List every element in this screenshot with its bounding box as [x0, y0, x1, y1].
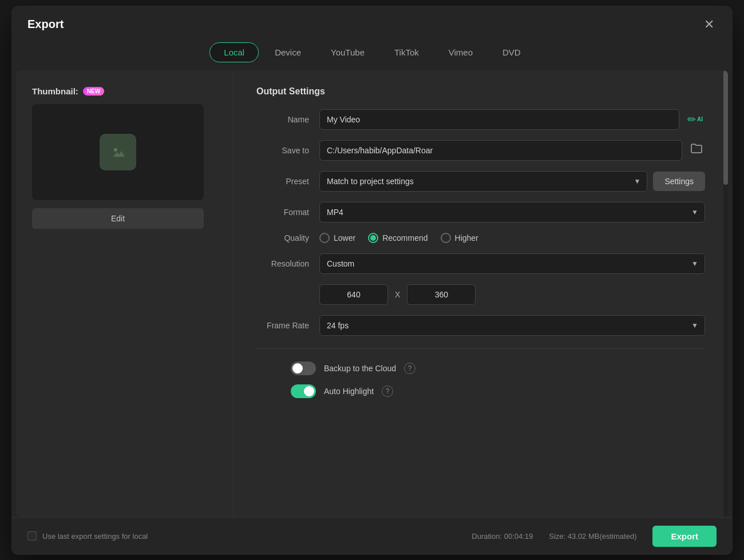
thumbnail-text: Thumbnail: [32, 86, 78, 96]
backup-cloud-toggle[interactable] [291, 362, 316, 375]
svg-rect-0 [108, 142, 128, 162]
format-select-wrap: MP4 ▼ [319, 202, 705, 223]
scrollbar-thumb [723, 70, 728, 185]
tab-dvd[interactable]: DVD [489, 42, 535, 62]
thumbnail-icon [100, 134, 136, 170]
preset-row-inner: Match to project settings ▼ Settings [319, 171, 705, 192]
path-row [319, 140, 705, 161]
framerate-row: Frame Rate 24 fps ▼ [256, 315, 705, 336]
quality-label: Quality [256, 233, 319, 243]
auto-highlight-row: Auto Highlight ? [256, 384, 705, 398]
output-settings-title: Output Settings [256, 86, 705, 97]
preset-select[interactable]: Match to project settings [319, 171, 647, 192]
format-row: Format MP4 ▼ [256, 202, 705, 223]
quality-recommend[interactable]: Recommend [368, 233, 428, 243]
name-input[interactable] [319, 109, 679, 130]
backup-cloud-row: Backup to the Cloud ? [256, 362, 705, 375]
name-label: Name [256, 115, 319, 124]
save-to-row: Save to [256, 140, 705, 161]
auto-highlight-help-icon[interactable]: ? [382, 386, 393, 397]
resolution-x-label: X [395, 290, 400, 299]
dialog-body: Thumbnail: NEW Edit Output Settings [16, 70, 728, 517]
size-info: Size: 43.02 MB(estimated) [549, 532, 636, 541]
footer-right: Duration: 00:04:19 Size: 43.02 MB(estima… [472, 526, 717, 547]
right-panel: Output Settings Name ✏ AI Save to [234, 70, 728, 517]
framerate-label: Frame Rate [256, 321, 319, 330]
save-to-input[interactable] [319, 140, 682, 161]
recommend-radio-dot [370, 235, 376, 241]
tab-tiktok[interactable]: TikTok [381, 42, 433, 62]
lower-radio-circle [319, 233, 330, 243]
quality-options: Lower Recommend Higher [319, 233, 478, 243]
name-row: Name ✏ AI [256, 109, 705, 130]
new-badge: NEW [83, 87, 104, 96]
dialog-header: Export ✕ [11, 6, 733, 33]
higher-radio-circle [441, 233, 451, 243]
export-dialog: Export ✕ Local Device YouTube TikTok Vim… [11, 6, 733, 555]
preset-label: Preset [256, 177, 319, 186]
tab-bar: Local Device YouTube TikTok Vimeo DVD [11, 33, 733, 70]
auto-highlight-toggle[interactable] [291, 384, 316, 398]
folder-browse-button[interactable] [688, 140, 705, 160]
settings-button[interactable]: Settings [653, 172, 705, 191]
resolution-height-input[interactable] [407, 284, 476, 305]
resolution-select-wrap: Custom ▼ [319, 253, 705, 274]
tab-youtube[interactable]: YouTube [317, 42, 378, 62]
export-button[interactable]: Export [652, 526, 717, 547]
lower-label: Lower [334, 233, 355, 243]
thumbnail-section-label: Thumbnail: NEW [32, 86, 217, 96]
tab-vimeo[interactable]: Vimeo [435, 42, 486, 62]
thumbnail-preview [32, 104, 204, 200]
footer-left: Use last export settings for local [27, 531, 148, 541]
dialog-title: Export [27, 18, 64, 31]
scrollbar-track[interactable] [723, 70, 728, 517]
preset-row: Preset Match to project settings ▼ Setti… [256, 171, 705, 192]
quality-row: Quality Lower Recommend Higher [256, 233, 705, 243]
duration-info: Duration: 00:04:19 [472, 532, 533, 541]
auto-highlight-knob [304, 386, 314, 396]
save-to-label: Save to [256, 146, 319, 155]
framerate-select-wrap: 24 fps ▼ [319, 315, 705, 336]
format-select[interactable]: MP4 [319, 202, 705, 223]
folder-icon [690, 142, 703, 155]
resolution-select[interactable]: Custom [319, 253, 705, 274]
auto-highlight-label: Auto Highlight [324, 387, 374, 396]
quality-lower[interactable]: Lower [319, 233, 355, 243]
svg-point-1 [114, 148, 117, 152]
tab-device[interactable]: Device [261, 42, 315, 62]
dialog-footer: Use last export settings for local Durat… [11, 517, 733, 555]
last-export-settings-label: Use last export settings for local [42, 532, 148, 541]
resolution-row: Resolution Custom ▼ [256, 253, 705, 274]
resolution-label: Resolution [256, 259, 319, 268]
left-panel: Thumbnail: NEW Edit [16, 70, 234, 517]
resolution-inputs: X [319, 284, 705, 305]
framerate-select[interactable]: 24 fps [319, 315, 705, 336]
ai-rename-button[interactable]: ✏ AI [685, 111, 705, 128]
format-label: Format [256, 208, 319, 217]
last-export-settings-checkbox[interactable] [27, 531, 37, 541]
backup-cloud-label: Backup to the Cloud [324, 364, 396, 373]
resolution-width-input[interactable] [319, 284, 388, 305]
edit-button[interactable]: Edit [32, 208, 204, 229]
backup-cloud-help-icon[interactable]: ? [404, 363, 415, 374]
tab-local[interactable]: Local [209, 42, 259, 62]
recommend-radio-circle [368, 233, 378, 243]
section-divider [256, 348, 705, 349]
close-button[interactable]: ✕ [702, 16, 717, 33]
preset-select-wrap: Match to project settings ▼ [319, 171, 647, 192]
quality-higher[interactable]: Higher [441, 233, 478, 243]
ai-icon: ✏ AI [687, 113, 703, 126]
recommend-label: Recommend [382, 233, 428, 243]
higher-label: Higher [455, 233, 478, 243]
backup-cloud-knob [292, 363, 303, 374]
